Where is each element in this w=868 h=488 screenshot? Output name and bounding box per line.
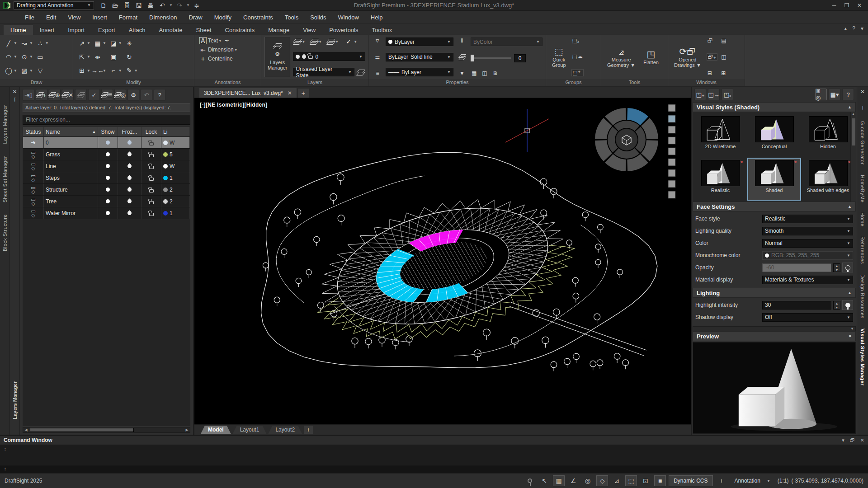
move-tool[interactable]: ↗▼ — [76, 37, 91, 50]
menu-constraints[interactable]: Constraints — [237, 14, 279, 21]
style-conceptual[interactable]: Conceptual — [748, 115, 800, 156]
polar-toggle[interactable]: ◎ — [582, 475, 594, 486]
panel-label-groups[interactable]: Groups — [546, 79, 601, 86]
text-tool[interactable]: 🄰Text▼✒ — [198, 37, 258, 45]
show-toggle[interactable] — [98, 196, 118, 207]
tab-gcode-generator[interactable]: G-code Generator — [860, 121, 865, 165]
fillet-tool[interactable]: ⌐▼ — [108, 64, 123, 77]
transparency-slider[interactable]: 0 — [471, 54, 542, 62]
quick-group-button[interactable]: ⬚ QuickGroup — [549, 37, 569, 77]
tab-home[interactable]: Home — [860, 212, 865, 226]
palette-help-button[interactable]: ? — [154, 89, 165, 101]
ribbon-tab-powertools[interactable]: Powertools — [322, 25, 365, 35]
ellipse-tool[interactable]: ⊙▼ — [19, 50, 34, 63]
style-hidden[interactable]: Hidden — [802, 115, 854, 156]
tab-visual-styles-manager[interactable]: Visual Styles Manager — [860, 328, 865, 385]
grid-toggle[interactable]: ▦ — [553, 475, 565, 486]
line-tool[interactable]: ╱▼ — [3, 37, 18, 50]
close-button[interactable]: ✕ — [854, 1, 865, 10]
material-display-dropdown[interactable]: Materials & Textures▼ — [762, 276, 853, 284]
frozen-toggle[interactable] — [118, 184, 142, 195]
weld-tool[interactable]: →←▼ — [92, 64, 107, 77]
layer-row-steps[interactable]: ▭◇ Steps 1 — [23, 172, 190, 184]
panel-label-properties[interactable]: Properties — [369, 79, 546, 86]
linestyle-dropdown[interactable]: ByLayerSolid line▼ — [386, 53, 453, 61]
slider-knob[interactable] — [471, 55, 474, 61]
brightness-tool[interactable]: ✳ — [124, 37, 139, 50]
panel-label-windows[interactable]: Windows — [668, 79, 745, 86]
menu-solids[interactable]: Solids — [304, 14, 332, 21]
flatten-button[interactable]: ◳ Flatten — [641, 37, 661, 77]
layer-row-line[interactable]: ▭◇ Line W — [23, 160, 190, 172]
opacity-spinner[interactable]: ▲▼ — [833, 263, 840, 272]
style-shaded-with-edges[interactable]: * Shaded with edges — [802, 159, 854, 200]
command-options-icon[interactable]: ▾ — [842, 437, 844, 443]
column-lock[interactable]: Lock — [142, 127, 161, 136]
tab-model[interactable]: Model — [201, 426, 231, 434]
opacity-value[interactable]: -60 — [762, 263, 831, 272]
frozen-toggle[interactable] — [118, 149, 142, 160]
command-input[interactable]: : — [0, 465, 868, 473]
command-float-icon[interactable]: 🗗 — [850, 437, 855, 443]
palette-strip-label[interactable]: Layers Manager — [12, 381, 18, 419]
ribbon-tab-toolbox[interactable]: Toolbox — [365, 25, 399, 35]
arc-tool[interactable]: ◠▼ — [3, 50, 18, 63]
collapse-icon[interactable]: ▲ — [848, 291, 852, 295]
ribbon-tab-constraints[interactable]: Constraints — [218, 25, 262, 35]
preview-header[interactable]: Preview✕ — [693, 331, 856, 341]
panel-scroll-strip[interactable]: ▼ — [693, 326, 856, 331]
makeflat-icon[interactable]: ▦ — [471, 70, 477, 76]
collapse-icon[interactable]: ▲ — [848, 204, 852, 209]
frozen-toggle[interactable] — [118, 160, 142, 172]
new-document-tab-button[interactable]: + — [298, 89, 309, 98]
panel-close-icon[interactable]: ✕ — [860, 89, 865, 95]
lock-toggle[interactable] — [142, 196, 161, 207]
linecolor-cell[interactable]: 5 — [161, 149, 190, 160]
color-dropdown[interactable]: ByLayer▼ — [386, 38, 453, 46]
lineweight-dropdown[interactable]: ——ByLayer▼ — [386, 68, 453, 76]
transparency-value[interactable]: 0 — [514, 54, 526, 62]
circle-tool[interactable]: ◯▼ — [3, 64, 18, 77]
customize-qat-button[interactable]: ≑ — [192, 1, 202, 10]
viewport-controls-label[interactable]: [-][NE Isometric][Hidden] — [200, 102, 268, 108]
tab-layout1[interactable]: Layout1 — [233, 426, 267, 434]
rectangle-tool[interactable]: ▭ — [35, 50, 50, 63]
esnap-toggle[interactable]: ◇ — [596, 475, 608, 486]
tab-design-resources[interactable]: Design Resources — [860, 274, 865, 319]
entity-frame-toggle[interactable]: ⬚ — [625, 475, 637, 486]
panel-label-tools[interactable]: Tools — [601, 79, 668, 86]
highlight-spinner[interactable]: ▲▼ — [833, 301, 840, 310]
transparency-caret[interactable]: ▼ — [459, 70, 465, 76]
lock-toggle[interactable] — [142, 137, 161, 148]
preview-toggle-button[interactable]: 🗏◎ — [815, 89, 827, 100]
import-file-button[interactable]: 🗄 — [122, 1, 132, 10]
command-window-header[interactable]: Command Window ▾ 🗗 ✕ — [0, 436, 868, 445]
snap-pin-icon[interactable] — [528, 479, 532, 483]
tab-references[interactable]: References — [860, 236, 865, 264]
lock-toggle[interactable] — [142, 160, 161, 172]
panel-pin-icon[interactable]: ⊺ — [861, 105, 864, 111]
rotate-tool[interactable]: ↻ — [124, 50, 139, 63]
properties-page-icon[interactable]: 🗎 — [492, 70, 499, 76]
new-layer-button[interactable]: + — [36, 89, 47, 101]
panel-label-draw[interactable]: Draw — [0, 79, 73, 86]
ungroup-icon[interactable]: ⬚ₓ — [571, 38, 584, 44]
column-frozen[interactable]: Froz... — [118, 127, 142, 136]
ribbon-tab-export[interactable]: Export — [91, 25, 122, 35]
show-toggle[interactable] — [98, 137, 118, 148]
panel-label-annotations[interactable]: Annotations — [194, 79, 261, 86]
menu-modify[interactable]: Modify — [208, 14, 237, 21]
menu-file[interactable]: File — [19, 14, 40, 21]
opened-drawings-button[interactable]: ⟳🗗 OpenedDrawings ▼ — [671, 37, 704, 77]
layer-row-0[interactable]: ➜ 0 W — [23, 137, 190, 149]
linecolor-cell[interactable]: 2 — [161, 196, 190, 207]
linecolor-cell[interactable]: 1 — [161, 172, 190, 183]
tile-vertical-icon[interactable]: ◫ — [720, 54, 727, 60]
menu-view[interactable]: View — [62, 14, 86, 21]
polygon-tool[interactable]: ▽ — [35, 64, 50, 77]
layer-row-water-mirror[interactable]: ▭◇ Water Mirror 1 — [23, 207, 190, 219]
lock-toggle[interactable] — [142, 184, 161, 195]
plotstyle-icon[interactable]: ⦀ — [460, 38, 464, 44]
palette-close-icon[interactable]: ✕ — [12, 89, 17, 97]
ribbon-tab-annotate[interactable]: Annotate — [152, 25, 189, 35]
